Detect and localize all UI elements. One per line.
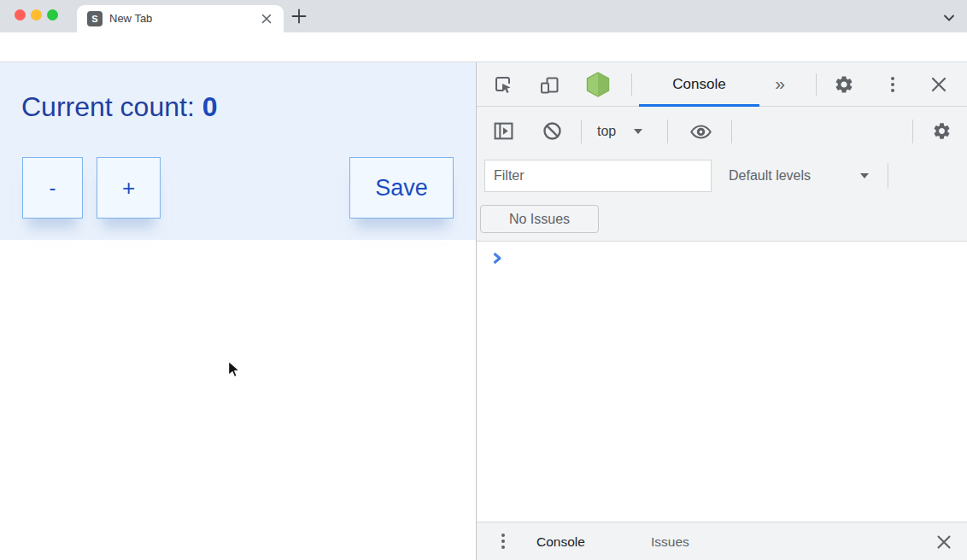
clear-console-icon[interactable] — [542, 121, 562, 144]
drawer-tab-issues[interactable]: Issues — [651, 522, 689, 560]
drawer-menu-kebab-icon[interactable] — [501, 534, 505, 552]
drawer-tab-console[interactable]: Console — [536, 522, 585, 560]
increment-button[interactable]: + — [97, 157, 161, 219]
log-levels-dropdown[interactable]: Default levels — [729, 160, 811, 192]
live-expression-eye-icon[interactable] — [690, 121, 712, 146]
browser-tab[interactable]: S New Tab — [77, 5, 284, 32]
tab-search-chevron-icon[interactable] — [942, 11, 956, 21]
devtools-settings-gear-icon[interactable] — [834, 74, 854, 98]
levels-caret-icon — [860, 173, 869, 178]
browser-toolbar: S — [0, 32, 967, 62]
console-settings-gear-icon[interactable] — [932, 121, 952, 144]
divider — [912, 120, 913, 143]
count-value: 0 — [202, 91, 218, 122]
more-panels-chevron[interactable]: » — [765, 62, 795, 104]
page-viewport: Current count:0 - + Save — [0, 62, 476, 560]
log-levels-label: Default levels — [729, 168, 811, 183]
console-filter-input[interactable] — [484, 160, 712, 192]
context-caret-icon — [634, 129, 642, 134]
devtools-close-icon[interactable] — [930, 76, 947, 96]
divider — [667, 120, 668, 143]
context-selector-label: top — [597, 124, 616, 138]
count-label: Current count: — [21, 91, 195, 122]
decrement-button[interactable]: - — [22, 157, 83, 219]
context-selector[interactable]: top — [597, 107, 616, 156]
inspect-element-icon[interactable] — [493, 74, 513, 98]
devtools-header: Console » top — [477, 62, 967, 242]
console-prompt-chevron-icon[interactable] — [492, 252, 503, 265]
device-toolbar-icon[interactable] — [539, 75, 560, 99]
drawer-close-icon[interactable] — [936, 534, 952, 553]
console-sidebar-toggle-icon[interactable] — [493, 120, 514, 145]
tab-close-icon[interactable] — [261, 13, 273, 25]
new-tab-button[interactable] — [291, 9, 307, 24]
no-issues-button[interactable]: No Issues — [480, 205, 599, 233]
devtools-drawer: Console Issues — [477, 522, 967, 560]
tab-title: New Tab — [109, 5, 152, 32]
console-toolbar: top — [477, 107, 967, 156]
divider — [581, 120, 582, 143]
window-close-button[interactable] — [15, 9, 26, 20]
counter-panel: Current count:0 - + Save — [0, 62, 476, 240]
tab-strip: S New Tab — [0, 0, 967, 32]
devtools-menu-kebab-icon[interactable] — [891, 77, 894, 96]
divider — [631, 73, 632, 96]
window-zoom-button[interactable] — [47, 9, 58, 20]
mouse-cursor-icon — [227, 360, 243, 380]
divider — [731, 120, 732, 143]
page-title: Current count:0 — [21, 91, 218, 123]
screenshot-root: { "browser": { "tab_title": "New Tab", "… — [0, 0, 967, 560]
devtools-panel: Console » top — [476, 62, 967, 560]
divider — [888, 163, 888, 189]
nodejs-icon[interactable] — [586, 72, 610, 101]
devtools-tab-bar: Console » — [477, 62, 967, 107]
tab-favicon: S — [87, 11, 103, 26]
tab-console[interactable]: Console — [639, 62, 759, 107]
divider — [816, 73, 817, 96]
window-minimize-button[interactable] — [31, 9, 42, 20]
save-button[interactable]: Save — [349, 157, 454, 219]
